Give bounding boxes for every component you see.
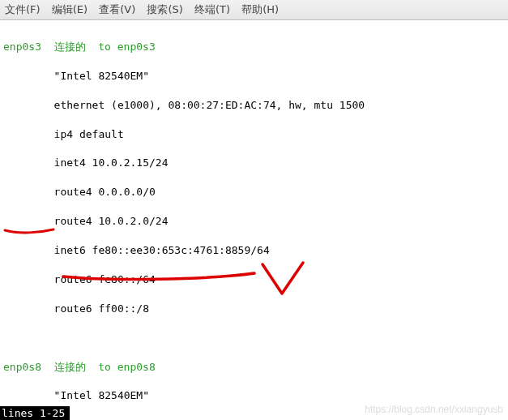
menu-search[interactable]: 搜索(S) [147, 3, 182, 15]
iface-line: route4 0.0.0.0/0 [54, 186, 156, 198]
iface-state: 连接的 [54, 361, 86, 373]
iface-line: route4 10.0.2.0/24 [54, 215, 169, 227]
terminal-output[interactable]: enp0s3 连接的 to enp0s3 "Intel 82540EM" eth… [0, 20, 508, 420]
menu-view[interactable]: 查看(V) [99, 3, 135, 15]
iface-line: inet6 fe80::ee30:653c:4761:8859/64 [54, 244, 270, 256]
iface-name: enp0s8 [3, 360, 48, 375]
iface-line: ethernet (e1000), 08:00:27:ED:AC:74, hw,… [54, 99, 365, 111]
menu-help[interactable]: 帮助(H) [241, 3, 279, 15]
iface-line: route6 ff00::/8 [54, 302, 149, 315]
iface-name: enp0s3 [3, 40, 48, 54]
iface-device: "Intel 82540EM" [54, 70, 149, 82]
iface-state: 连接的 [54, 41, 86, 53]
iface-line: route6 fe80::/64 [54, 273, 156, 285]
menu-terminal[interactable]: 终端(T) [194, 3, 230, 15]
menubar: 文件(F) 编辑(E) 查看(V) 搜索(S) 终端(T) 帮助(H) [0, 0, 508, 20]
menu-edit[interactable]: 编辑(E) [52, 3, 88, 15]
pager-status: lines 1-25 [0, 406, 70, 420]
iface-line: inet4 10.0.2.15/24 [54, 156, 169, 169]
iface-device: "Intel 82540EM" [54, 389, 149, 401]
menu-file[interactable]: 文件(F) [5, 3, 41, 15]
iface-to: to enp0s3 [98, 41, 155, 53]
iface-line: ip4 default [54, 128, 124, 140]
iface-to: to enp0s8 [98, 361, 155, 373]
